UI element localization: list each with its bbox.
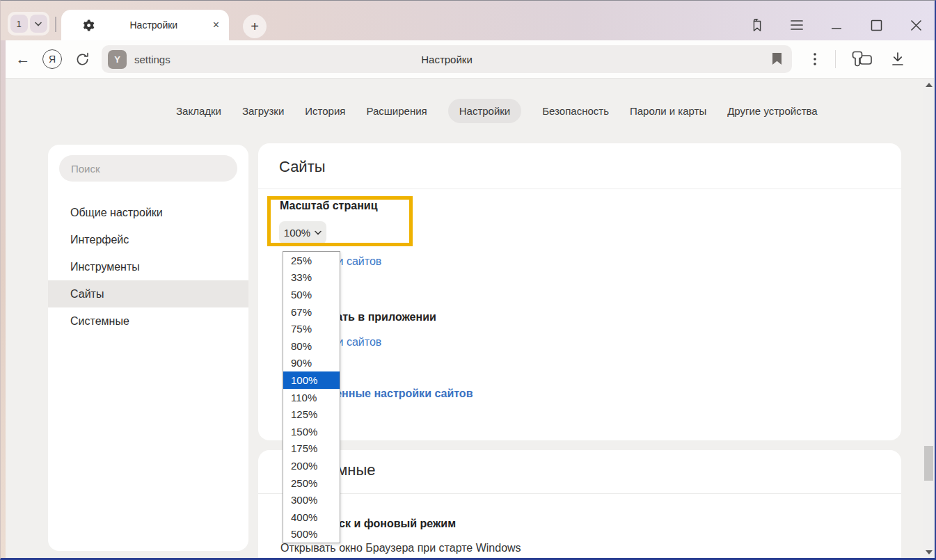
maximize-icon[interactable] bbox=[868, 17, 884, 33]
zoom-option-67[interactable]: 67% bbox=[283, 303, 340, 321]
address-bar[interactable]: Y settings Настройки bbox=[102, 45, 792, 73]
sidebar-item-system[interactable]: Системные bbox=[48, 307, 248, 335]
close-icon[interactable] bbox=[908, 17, 923, 33]
page-zoom-dropdown: 25% 33% 50% 67% 75% 80% 90% 100% 110% 12… bbox=[283, 251, 340, 543]
passwords-key-icon[interactable] bbox=[850, 49, 876, 70]
section-divider bbox=[258, 493, 901, 494]
nav-tab-security[interactable]: Безопасность bbox=[542, 105, 609, 117]
system-section-card: Системные Запуск и фоновый режим Открыва… bbox=[258, 450, 901, 560]
zoom-option-25[interactable]: 25% bbox=[283, 252, 340, 269]
nav-tab-passwords[interactable]: Пароли и карты bbox=[630, 105, 706, 117]
sidebar-item-tools[interactable]: Инструменты bbox=[48, 253, 248, 280]
menu-icon[interactable] bbox=[789, 17, 804, 33]
sites-section-card: Сайты Масштаб страниц 100% Настройки сай… bbox=[258, 143, 901, 440]
toolbar-divider bbox=[835, 50, 836, 68]
settings-sidebar: Общие настройки Интерфейс Инструменты Са… bbox=[48, 145, 248, 551]
toolbar: ← Я Y settings Настройки bbox=[6, 40, 934, 79]
zoom-option-500[interactable]: 500% bbox=[283, 526, 340, 543]
tab-title: Настройки bbox=[95, 19, 213, 31]
back-icon[interactable]: ← bbox=[13, 49, 33, 70]
page-zoom-value: 100% bbox=[284, 227, 310, 239]
bookmark-icon[interactable] bbox=[772, 52, 782, 65]
nav-tab-history[interactable]: История bbox=[305, 105, 345, 117]
download-icon[interactable] bbox=[887, 49, 908, 70]
zoom-option-125[interactable]: 125% bbox=[283, 406, 340, 423]
yandex-logo-icon[interactable]: Я bbox=[42, 49, 62, 69]
collections-bookmark-icon[interactable] bbox=[749, 17, 765, 33]
tab-strip-divider bbox=[55, 17, 56, 32]
nav-tab-extensions[interactable]: Расширения bbox=[366, 105, 427, 117]
sidebar-item-interface[interactable]: Интерфейс bbox=[48, 226, 248, 253]
zoom-option-400[interactable]: 400% bbox=[283, 509, 340, 526]
zoom-option-80[interactable]: 80% bbox=[283, 337, 340, 355]
page-zoom-label: Масштаб страниц bbox=[280, 200, 377, 212]
zoom-option-100-selected[interactable]: 100% bbox=[283, 371, 340, 389]
sidebar-item-general[interactable]: Общие настройки bbox=[48, 199, 248, 226]
zoom-option-150[interactable]: 150% bbox=[283, 423, 340, 440]
address-bar-page-title: Настройки bbox=[102, 54, 792, 65]
sidebar-search-input[interactable] bbox=[59, 155, 237, 182]
scrollbar[interactable] bbox=[923, 79, 935, 559]
zoom-option-200[interactable]: 200% bbox=[283, 457, 340, 474]
scrollbar-up-icon[interactable] bbox=[926, 83, 933, 87]
startup-option-label[interactable]: Открывать окно Браузера при старте Windo… bbox=[280, 542, 521, 554]
scrollbar-down-icon[interactable] bbox=[926, 550, 933, 554]
section-divider bbox=[258, 189, 901, 189]
chevron-down-icon bbox=[315, 230, 322, 235]
zoom-option-250[interactable]: 250% bbox=[283, 474, 340, 492]
zoom-option-33[interactable]: 33% bbox=[283, 269, 340, 287]
gear-icon bbox=[81, 19, 95, 32]
window-frame-left bbox=[1, 40, 6, 559]
zoom-option-50[interactable]: 50% bbox=[283, 286, 340, 303]
sidebar-menu: Общие настройки Интерфейс Инструменты Са… bbox=[48, 199, 248, 335]
browser-tab-settings[interactable]: Настройки × bbox=[61, 10, 229, 40]
zoom-option-110[interactable]: 110% bbox=[283, 389, 340, 406]
page-zoom-select[interactable]: 100% bbox=[279, 221, 326, 244]
browser-window: 1 Настройки × + bbox=[0, 0, 936, 560]
nav-tab-settings[interactable]: Настройки bbox=[448, 99, 522, 123]
url-text[interactable]: settings bbox=[134, 54, 170, 65]
nav-tab-bookmarks[interactable]: Закладки bbox=[176, 105, 221, 117]
kebab-menu-icon[interactable] bbox=[804, 49, 825, 70]
zoom-option-175[interactable]: 175% bbox=[283, 440, 340, 458]
sites-section-title: Сайты bbox=[279, 158, 326, 176]
site-favicon-badge: Y bbox=[108, 50, 127, 69]
settings-nav: Закладки Загрузки История Расширения Нас… bbox=[176, 96, 818, 125]
chevron-down-icon[interactable] bbox=[30, 15, 47, 33]
tab-group-count[interactable]: 1 bbox=[10, 15, 28, 33]
zoom-option-90[interactable]: 90% bbox=[283, 355, 340, 372]
window-controls bbox=[749, 15, 923, 35]
zoom-option-300[interactable]: 300% bbox=[283, 491, 340, 509]
scrollbar-thumb[interactable] bbox=[924, 446, 933, 481]
tab-group-button[interactable]: 1 bbox=[8, 12, 49, 35]
tab-strip: 1 Настройки × + bbox=[1, 1, 935, 40]
reload-icon[interactable] bbox=[72, 49, 93, 70]
tab-close-icon[interactable]: × bbox=[213, 19, 219, 31]
sidebar-item-sites[interactable]: Сайты bbox=[48, 280, 248, 307]
nav-tab-other-devices[interactable]: Другие устройства bbox=[727, 105, 817, 117]
nav-tab-downloads[interactable]: Загрузки bbox=[242, 105, 284, 117]
new-tab-button[interactable]: + bbox=[243, 15, 267, 38]
minimize-icon[interactable] bbox=[829, 17, 844, 33]
zoom-option-75[interactable]: 75% bbox=[283, 320, 340, 337]
